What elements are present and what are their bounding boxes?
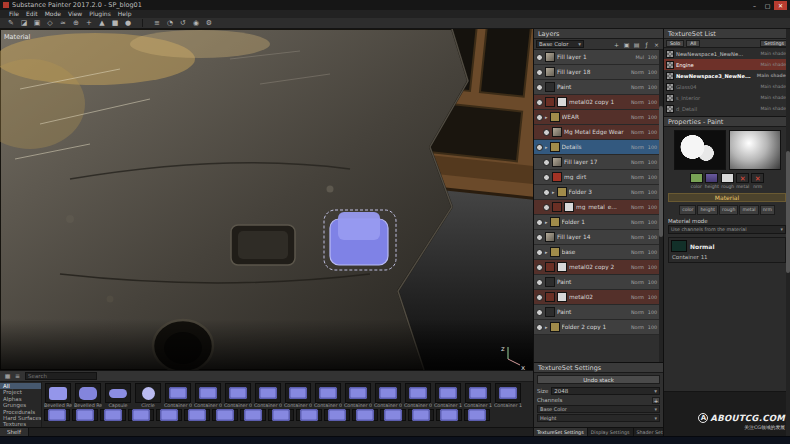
layer-blend-mode[interactable]: Norm bbox=[629, 325, 644, 330]
layer-opacity[interactable]: 100 bbox=[646, 220, 657, 225]
visibility-eye-icon[interactable] bbox=[536, 54, 543, 61]
material-mode-button-rough[interactable]: rough bbox=[719, 205, 738, 215]
channel-chip[interactable]: rough bbox=[721, 173, 734, 189]
visibility-eye-icon[interactable] bbox=[543, 174, 550, 181]
visibility-eye-icon[interactable] bbox=[543, 204, 550, 211]
shelf-thumbnail[interactable] bbox=[296, 409, 322, 421]
layer-opacity[interactable]: 100 bbox=[646, 295, 657, 300]
layer-opacity[interactable]: 100 bbox=[646, 115, 657, 120]
layer-opacity[interactable]: 100 bbox=[646, 265, 657, 270]
layer-opacity[interactable]: 100 bbox=[646, 310, 657, 315]
geometry-mask-quad-icon[interactable]: ■ bbox=[109, 18, 121, 28]
layer-blend-mode[interactable]: Norm bbox=[629, 70, 644, 75]
layer-blend-mode[interactable]: Norm bbox=[629, 295, 644, 300]
shelf-thumbnail[interactable] bbox=[184, 409, 210, 421]
tab-textureset-settings[interactable]: TextureSet Settings bbox=[534, 428, 588, 436]
tab-shader-settings[interactable]: Shader Settings bbox=[634, 428, 663, 436]
lazy-mouse-icon[interactable]: ↺ bbox=[177, 18, 189, 28]
projection-tool-icon[interactable]: ▣ bbox=[31, 18, 43, 28]
material-mode-button-color[interactable]: color bbox=[679, 205, 696, 215]
layer-opacity[interactable]: 100 bbox=[646, 85, 657, 90]
clone-stamp-tool-icon[interactable]: ⊕ bbox=[70, 18, 82, 28]
right-scrollbar[interactable] bbox=[786, 29, 790, 436]
visibility-eye-icon[interactable] bbox=[536, 279, 543, 286]
shelf-thumbnail[interactable] bbox=[128, 409, 154, 421]
minimize-button[interactable]: – bbox=[748, 1, 761, 10]
normal-material-name[interactable]: Container 11 bbox=[671, 254, 783, 260]
layer-opacity[interactable]: 100 bbox=[646, 250, 657, 255]
visibility-eye-icon[interactable] bbox=[536, 294, 543, 301]
textureset-row[interactable]: s_InteriorMain shader bbox=[664, 92, 790, 103]
layer-blend-mode[interactable]: Mul bbox=[629, 55, 644, 60]
geometry-mask-object-icon[interactable]: ● bbox=[122, 18, 134, 28]
channel-selector-dropdown[interactable]: Base Color ▾ bbox=[536, 40, 584, 48]
layer-blend-mode[interactable]: Norm bbox=[629, 115, 644, 120]
layer-row[interactable]: PaintNorm100 bbox=[534, 80, 659, 95]
layer-opacity[interactable]: 100 bbox=[646, 70, 657, 75]
tab-display-settings[interactable]: Display Settings bbox=[588, 428, 634, 436]
shelf-thumbnail[interactable] bbox=[268, 409, 294, 421]
layer-opacity[interactable]: 100 bbox=[646, 100, 657, 105]
visibility-eye-icon[interactable] bbox=[536, 309, 543, 316]
material-mode-button-metal[interactable]: metal bbox=[739, 205, 758, 215]
shelf-item[interactable]: Container 05 bbox=[284, 383, 312, 408]
layer-blend-mode[interactable]: Norm bbox=[629, 205, 644, 210]
shelf-item[interactable]: Bevelled Re... bbox=[74, 383, 102, 408]
layer-blend-mode[interactable]: Norm bbox=[629, 175, 644, 180]
layer-row[interactable]: metal02 copy 1Norm100 bbox=[534, 95, 659, 110]
shelf-thumbnail[interactable] bbox=[352, 409, 378, 421]
shelf-thumbnail[interactable] bbox=[408, 409, 434, 421]
close-button[interactable]: ✕ bbox=[774, 1, 787, 10]
layer-row[interactable]: Fill layer 1Mul100 bbox=[534, 50, 659, 65]
layer-blend-mode[interactable]: Norm bbox=[629, 85, 644, 90]
channel-chip[interactable]: nrm bbox=[751, 173, 764, 189]
visibility-eye-icon[interactable] bbox=[536, 69, 543, 76]
folder-caret-icon[interactable]: ▸ bbox=[545, 144, 548, 150]
add-channel-button[interactable]: + bbox=[652, 397, 660, 404]
shelf-item[interactable]: Container 06 bbox=[314, 383, 342, 408]
layer-row[interactable]: mg_metal_e...Norm100 bbox=[534, 200, 659, 215]
layer-row[interactable]: ▸DetailsNorm100 bbox=[534, 140, 659, 155]
textureset-row[interactable]: d_DetailMain shader bbox=[664, 103, 790, 114]
layer-blend-mode[interactable]: Norm bbox=[629, 250, 644, 255]
layer-blend-mode[interactable]: Norm bbox=[629, 235, 644, 240]
layer-blend-mode[interactable]: Norm bbox=[629, 220, 644, 225]
layer-opacity[interactable]: 100 bbox=[646, 325, 657, 330]
viewport-settings-gear-icon[interactable]: ⚙ bbox=[203, 18, 215, 28]
layer-row[interactable]: Fill layer 18Norm100 bbox=[534, 65, 659, 80]
shelf-search-input[interactable] bbox=[25, 372, 97, 380]
layer-row[interactable]: ▸Folder 2 copy 1Norm100 bbox=[534, 320, 659, 335]
shelf-item[interactable]: Circle bbox=[134, 383, 162, 408]
layer-row[interactable]: PaintNorm100 bbox=[534, 275, 659, 290]
folder-caret-icon[interactable]: ▸ bbox=[545, 324, 548, 330]
shelf-item[interactable]: Container 03 bbox=[224, 383, 252, 408]
channel-chip[interactable]: height bbox=[705, 173, 719, 189]
shelf-thumbnail[interactable] bbox=[240, 409, 266, 421]
menu-item-help[interactable]: Help bbox=[115, 10, 135, 18]
shelf-thumbnail[interactable] bbox=[100, 409, 126, 421]
shelf-thumbnail[interactable] bbox=[212, 409, 238, 421]
textureset-row[interactable]: NewNewspace3_NewNe...Main shader bbox=[664, 70, 790, 81]
channel-chip[interactable]: metal bbox=[736, 173, 749, 189]
textureset-row[interactable]: EngineMain shader bbox=[664, 59, 790, 70]
shelf-item[interactable]: Capsule bbox=[104, 383, 132, 408]
visibility-eye-icon[interactable] bbox=[536, 234, 543, 241]
smudge-tool-icon[interactable]: ≈ bbox=[57, 18, 69, 28]
layer-row[interactable]: PaintNorm100 bbox=[534, 305, 659, 320]
material-mode-button-nrm[interactable]: nrm bbox=[760, 205, 775, 215]
shelf-item[interactable]: Container 10 bbox=[434, 383, 462, 408]
textureset-row[interactable]: Glass04Main shader bbox=[664, 81, 790, 92]
visibility-eye-icon[interactable] bbox=[536, 264, 543, 271]
symmetry-icon[interactable]: ≡ bbox=[151, 18, 163, 28]
viewport-3d[interactable]: z x Material bbox=[0, 29, 533, 370]
shelf-thumbnail[interactable] bbox=[436, 409, 462, 421]
visibility-eye-icon[interactable] bbox=[543, 189, 550, 196]
channel-row[interactable]: Base Color▾ bbox=[537, 405, 660, 413]
shelf-item[interactable]: Bevelled Re... bbox=[44, 383, 72, 408]
layer-row[interactable]: Mg Metal Edge WearNorm100 bbox=[534, 125, 659, 140]
visibility-eye-icon[interactable] bbox=[543, 159, 550, 166]
shelf-item[interactable]: Container 01 bbox=[164, 383, 192, 408]
visibility-eye-icon[interactable] bbox=[536, 99, 543, 106]
add-layer-icon[interactable]: + bbox=[612, 40, 621, 49]
layer-opacity[interactable]: 100 bbox=[646, 235, 657, 240]
